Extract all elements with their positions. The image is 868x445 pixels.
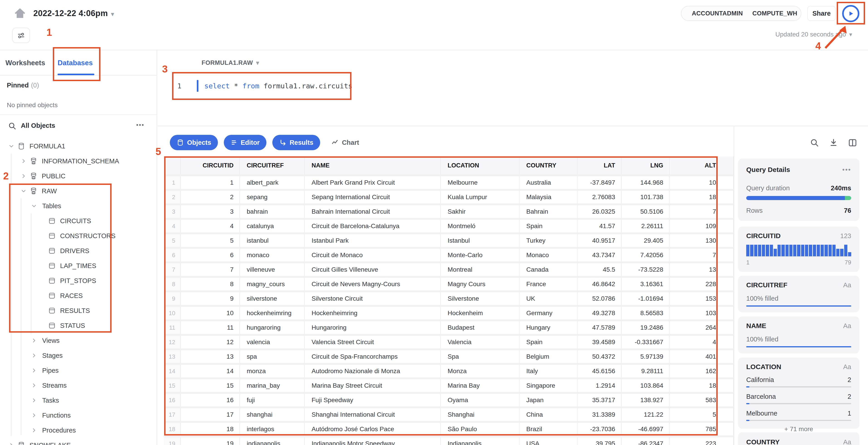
cell-lat[interactable]: 47.5789: [578, 321, 622, 334]
cell-location[interactable]: São Paulo: [441, 423, 520, 436]
cell-country[interactable]: Belgium: [520, 350, 578, 363]
cell-location[interactable]: Magny Cours: [441, 278, 520, 290]
cell-lng[interactable]: 101.738: [622, 191, 670, 203]
cell-name[interactable]: Circuit Gilles Villeneuve: [305, 263, 441, 276]
column-header-lat[interactable]: LAT: [578, 156, 622, 174]
cell-circuitref[interactable]: bahrain: [240, 205, 305, 218]
cell-country[interactable]: France: [520, 278, 578, 290]
cell-lat[interactable]: 39.4589: [578, 336, 622, 348]
cell-circuitid[interactable]: 5: [181, 234, 240, 247]
tree-item-results[interactable]: RESULTS: [0, 303, 157, 318]
tree-item-formula1[interactable]: FORMULA1: [0, 139, 157, 153]
tree-item-streams[interactable]: Streams: [0, 378, 157, 393]
search-results-icon[interactable]: [809, 138, 819, 148]
circuitref-stats-card[interactable]: CIRCUITREF Aa 100% filled: [738, 276, 859, 312]
table-row[interactable]: 88magny_coursCircuit de Nevers Magny-Cou…: [164, 278, 734, 290]
worksheet-title[interactable]: 2022-12-22 4:06pm▾: [33, 9, 114, 18]
cell-lng[interactable]: 2.26111: [622, 220, 670, 233]
cell-country[interactable]: China: [520, 408, 578, 421]
tree-item-lap_times[interactable]: LAP_TIMES: [0, 258, 157, 273]
cell-circuitref[interactable]: valencia: [240, 336, 305, 348]
cell-location[interactable]: Oyama: [441, 394, 520, 407]
country-stats-card[interactable]: COUNTRY Aa: [738, 432, 859, 445]
cell-alt[interactable]: 7: [670, 249, 734, 262]
cell-circuitref[interactable]: shanghai: [240, 408, 305, 421]
column-header-country[interactable]: COUNTRY: [520, 156, 578, 174]
table-row[interactable]: 99silverstoneSilverstone CircuitSilverst…: [164, 292, 734, 305]
cell-lng[interactable]: 138.927: [622, 394, 670, 407]
cell-alt[interactable]: 583: [670, 394, 734, 407]
table-row[interactable]: 1515marina_bayMarina Bay Street CircuitM…: [164, 379, 734, 392]
cell-lng[interactable]: 103.864: [622, 379, 670, 392]
cell-lat[interactable]: 52.0786: [578, 292, 622, 305]
cell-circuitref[interactable]: sepang: [240, 191, 305, 203]
cell-country[interactable]: Hungary: [520, 321, 578, 334]
cell-name[interactable]: Circuit de Nevers Magny-Cours: [305, 278, 441, 290]
cell-circuitref[interactable]: monza: [240, 365, 305, 377]
cell-lat[interactable]: 26.0325: [578, 205, 622, 218]
cell-lat[interactable]: 49.3278: [578, 307, 622, 319]
cell-alt[interactable]: 228: [670, 278, 734, 290]
cell-circuitref[interactable]: istanbul: [240, 234, 305, 247]
cell-circuitref[interactable]: monaco: [240, 249, 305, 262]
updated-status[interactable]: Updated 20 seconds ago▾: [767, 31, 852, 38]
table-row[interactable]: 1818interlagosAutódromo José Carlos Pace…: [164, 423, 734, 436]
cell-lat[interactable]: 39.795: [578, 437, 622, 445]
cell-name[interactable]: Circuit de Spa-Francorchamps: [305, 350, 441, 363]
cell-circuitref[interactable]: marina_bay: [240, 379, 305, 392]
cell-lng[interactable]: 3.16361: [622, 278, 670, 290]
cell-location[interactable]: Shanghai: [441, 408, 520, 421]
table-row[interactable]: 11albert_parkAlbert Park Grand Prix Circ…: [164, 176, 734, 189]
cell-location[interactable]: Silverstone: [441, 292, 520, 305]
cell-lng[interactable]: 8.56583: [622, 307, 670, 319]
cell-circuitref[interactable]: villeneuve: [240, 263, 305, 276]
cell-circuitid[interactable]: 18: [181, 423, 240, 436]
editor-pill-button[interactable]: Editor: [224, 135, 267, 150]
column-header-location[interactable]: LOCATION: [441, 156, 520, 174]
cell-lat[interactable]: 46.8642: [578, 278, 622, 290]
cell-alt[interactable]: 7: [670, 205, 734, 218]
cell-circuitid[interactable]: 14: [181, 365, 240, 377]
cell-country[interactable]: UK: [520, 292, 578, 305]
cell-country[interactable]: Germany: [520, 307, 578, 319]
cell-country[interactable]: Singapore: [520, 379, 578, 392]
cell-country[interactable]: Turkey: [520, 234, 578, 247]
tree-item-status[interactable]: STATUS: [0, 318, 157, 333]
tree-item-tables[interactable]: Tables: [0, 199, 157, 213]
tab-databases[interactable]: Databases: [58, 59, 93, 67]
cell-location[interactable]: Valencia: [441, 336, 520, 348]
filters-button[interactable]: [12, 28, 30, 43]
cell-lat[interactable]: 2.76083: [578, 191, 622, 203]
cell-lng[interactable]: 19.2486: [622, 321, 670, 334]
cell-lat[interactable]: -23.7036: [578, 423, 622, 436]
cell-country[interactable]: Malaysia: [520, 191, 578, 203]
tree-item-public[interactable]: PUBLIC: [0, 169, 157, 183]
objects-pill-button[interactable]: Objects: [170, 135, 218, 150]
cell-alt[interactable]: 109: [670, 220, 734, 233]
cell-alt[interactable]: 18: [670, 191, 734, 203]
cell-circuitref[interactable]: hockenheimring: [240, 307, 305, 319]
cell-lng[interactable]: -86.2347: [622, 437, 670, 445]
chart-tab-button[interactable]: Chart: [331, 139, 359, 146]
cell-country[interactable]: Italy: [520, 365, 578, 377]
cell-country[interactable]: Japan: [520, 394, 578, 407]
table-row[interactable]: 33bahrainBahrain International CircuitSa…: [164, 205, 734, 218]
cell-lat[interactable]: 41.57: [578, 220, 622, 233]
results-pill-button[interactable]: Results: [272, 135, 320, 150]
cell-name[interactable]: Istanbul Park: [305, 234, 441, 247]
cell-circuitid[interactable]: 12: [181, 336, 240, 348]
table-row[interactable]: 1111hungaroringHungaroringBudapestHungar…: [164, 321, 734, 334]
cell-circuitid[interactable]: 10: [181, 307, 240, 319]
cell-lat[interactable]: 45.6156: [578, 365, 622, 377]
column-header-alt[interactable]: ALT: [670, 156, 734, 174]
run-query-button[interactable]: [842, 5, 859, 22]
tree-item-drivers[interactable]: DRIVERS: [0, 243, 157, 258]
tree-item-functions[interactable]: Functions: [0, 408, 157, 423]
cell-country[interactable]: Brazil: [520, 423, 578, 436]
cell-name[interactable]: Shanghai International Circuit: [305, 408, 441, 421]
cell-name[interactable]: Valencia Street Circuit: [305, 336, 441, 348]
cell-alt[interactable]: 223: [670, 437, 734, 445]
cell-location[interactable]: Spa: [441, 350, 520, 363]
tree-item-pipes[interactable]: Pipes: [0, 363, 157, 378]
cell-name[interactable]: Indianapolis Motor Speedway: [305, 437, 441, 445]
